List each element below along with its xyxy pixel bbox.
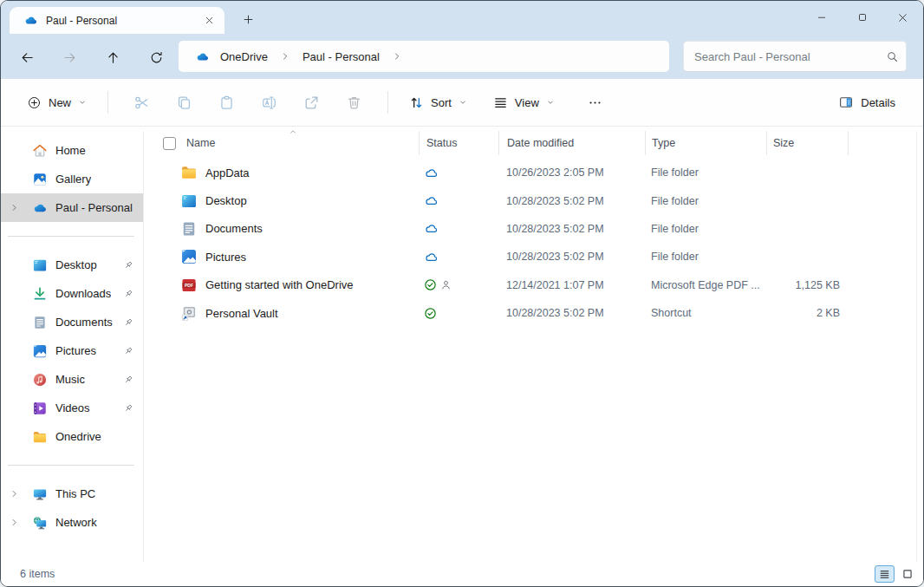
- chevron-right-icon[interactable]: [10, 203, 19, 212]
- items-count: 6 items: [20, 568, 55, 580]
- column-header-spacer: [848, 131, 923, 155]
- sidebar-item-label: Documents: [55, 316, 113, 329]
- file-name: Documents: [205, 222, 263, 235]
- sidebar-divider: [1, 222, 143, 251]
- search-input[interactable]: [684, 50, 878, 63]
- sidebar-item-this-pc[interactable]: This PC: [1, 479, 143, 508]
- sidebar-item-label: Downloads: [55, 287, 111, 300]
- file-row-getting-started-pdf[interactable]: PDF Getting started with OneDrive 12/14/…: [144, 271, 923, 299]
- search-icon[interactable]: [886, 50, 899, 63]
- file-date-modified: 10/28/2023 5:02 PM: [498, 251, 645, 263]
- sort-button-label: Sort: [431, 96, 452, 109]
- sidebar-item-label: Paul - Personal: [55, 201, 133, 214]
- copy-button[interactable]: [163, 87, 205, 118]
- copy-icon: [176, 95, 192, 111]
- sidebar-item-downloads[interactable]: Downloads: [1, 279, 143, 308]
- close-window-button[interactable]: [882, 1, 923, 34]
- sidebar-item-onedrive-folder[interactable]: Onedrive: [1, 422, 143, 451]
- breadcrumb: OneDrive Paul - Personal: [179, 41, 669, 72]
- file-row-documents[interactable]: Documents 10/28/2023 5:02 PM File folder: [144, 215, 923, 243]
- chevron-right-icon[interactable]: [393, 52, 401, 61]
- view-button[interactable]: View: [485, 88, 563, 117]
- file-size: 2 KB: [766, 307, 848, 319]
- file-type: File folder: [645, 166, 766, 179]
- column-header-size[interactable]: Size: [766, 131, 848, 155]
- breadcrumb-current[interactable]: Paul - Personal: [297, 47, 385, 67]
- vault-shortcut-icon: [180, 304, 198, 322]
- file-name: Getting started with OneDrive: [205, 278, 354, 291]
- sidebar-item-documents[interactable]: Documents: [1, 308, 143, 336]
- tab-close-button[interactable]: [198, 11, 219, 30]
- sidebar-item-gallery[interactable]: Gallery: [1, 165, 143, 193]
- pin-icon: [123, 403, 133, 414]
- command-toolbar: New Sort View: [1, 79, 923, 127]
- details-pane-button[interactable]: Details: [830, 88, 904, 117]
- file-type: File folder: [645, 195, 766, 207]
- rename-icon: [261, 95, 277, 111]
- cut-button[interactable]: [120, 87, 163, 118]
- file-row-desktop[interactable]: Desktop 10/28/2023 5:02 PM File folder: [144, 186, 923, 214]
- onedrive-cloud-icon: [195, 49, 210, 64]
- file-name: Desktop: [205, 194, 247, 207]
- column-header-type[interactable]: Type: [645, 131, 766, 155]
- minimize-button[interactable]: [801, 1, 842, 34]
- file-type: File folder: [645, 251, 766, 263]
- new-button[interactable]: New: [18, 88, 95, 117]
- file-type: File folder: [645, 223, 766, 235]
- maximize-button[interactable]: [842, 1, 882, 34]
- details-view-toggle[interactable]: [875, 565, 895, 583]
- sidebar-item-pictures[interactable]: Pictures: [1, 336, 143, 365]
- explorer-tab[interactable]: Paul - Personal: [10, 7, 224, 34]
- delete-button[interactable]: [333, 87, 375, 118]
- large-icons-view-toggle[interactable]: [899, 565, 916, 583]
- sort-button[interactable]: Sort: [400, 88, 476, 117]
- select-all-checkbox[interactable]: [163, 137, 176, 150]
- rename-button[interactable]: [248, 87, 290, 118]
- share-button[interactable]: [290, 87, 333, 118]
- share-icon: [303, 95, 320, 111]
- forward-button[interactable]: [55, 45, 84, 69]
- sidebar-item-music[interactable]: Music: [1, 365, 143, 394]
- documents-icon: [32, 315, 48, 330]
- paste-button[interactable]: [205, 87, 248, 118]
- file-date-modified: 10/28/2023 5:02 PM: [498, 307, 645, 319]
- chevron-right-icon[interactable]: [281, 52, 290, 61]
- file-row-personal-vault[interactable]: Personal Vault 10/28/2023 5:02 PM Shortc…: [144, 299, 923, 327]
- close-icon: [897, 12, 908, 23]
- column-header-label: Date modified: [507, 137, 574, 149]
- details-panel-icon: [838, 95, 854, 110]
- large-icons-view-icon: [901, 568, 914, 580]
- sidebar-item-desktop[interactable]: Desktop: [1, 251, 143, 279]
- sidebar-item-network[interactable]: Network: [1, 508, 143, 537]
- chevron-right-icon[interactable]: [10, 518, 19, 527]
- sidebar-item-videos[interactable]: Videos: [1, 394, 143, 422]
- up-button[interactable]: [98, 45, 127, 69]
- navigation-bar: OneDrive Paul - Personal: [1, 34, 923, 79]
- column-header-status[interactable]: Status: [419, 131, 498, 155]
- file-row-pictures[interactable]: Pictures 10/28/2023 5:02 PM File folder: [144, 243, 923, 271]
- column-header-name[interactable]: Name: [144, 131, 419, 155]
- music-icon: [32, 372, 48, 388]
- new-tab-button[interactable]: [237, 9, 259, 29]
- arrow-right-icon: [62, 50, 77, 65]
- file-type: Microsoft Edge PDF ...: [645, 279, 766, 291]
- refresh-button[interactable]: [141, 45, 171, 69]
- file-row-appdata[interactable]: AppData 10/26/2023 2:05 PM File folder: [144, 159, 923, 186]
- sidebar-item-home[interactable]: Home: [1, 136, 143, 165]
- cloud-online-icon: [424, 166, 439, 180]
- sidebar-item-paul-personal[interactable]: Paul - Personal: [1, 193, 143, 222]
- view-lines-icon: [493, 95, 508, 110]
- chevron-right-icon[interactable]: [10, 489, 19, 499]
- folder-icon: [180, 164, 198, 181]
- column-header-label: Name: [186, 137, 215, 149]
- more-options-icon: [588, 95, 602, 110]
- sidebar-item-label: Network: [55, 516, 97, 529]
- onedrive-cloud-icon: [23, 13, 38, 28]
- column-header-date-modified[interactable]: Date modified: [498, 131, 645, 155]
- folder-icon: [32, 429, 48, 445]
- pin-icon: [123, 375, 133, 385]
- see-more-button[interactable]: [574, 87, 616, 118]
- minimize-icon: [817, 12, 827, 23]
- breadcrumb-onedrive[interactable]: OneDrive: [215, 47, 273, 67]
- back-button[interactable]: [12, 45, 42, 69]
